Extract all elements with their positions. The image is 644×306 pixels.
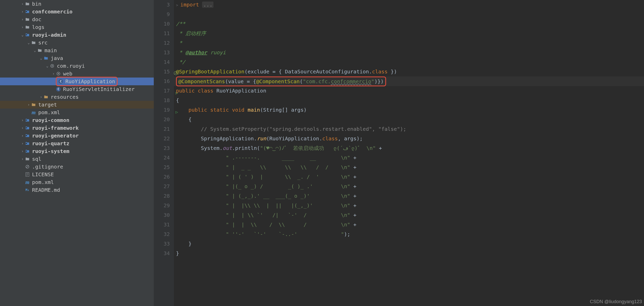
tree-item-pom-xml[interactable]: mpom.xml	[0, 178, 154, 186]
tree-item-ruoyi-quartz[interactable]: ›ruoyi-quartz	[0, 140, 154, 147]
code-line[interactable]: " | | \\ `' /| `-' / \n" +	[174, 210, 644, 220]
chevron-right-icon[interactable]: ›	[20, 25, 25, 29]
gutter-line-32[interactable]: 32	[154, 230, 170, 239]
gutter-line-15[interactable]: 15	[154, 67, 170, 76]
tree-item-license[interactable]: LICENSE	[0, 171, 154, 178]
gutter-line-33[interactable]: 33	[154, 239, 170, 249]
code-line[interactable]: " ''-' `'-' `-..-' ");	[174, 230, 644, 239]
gutter-line-12[interactable]: 12	[154, 38, 170, 48]
code-line[interactable]: " | ( ' ) | \\ _. / ' \n" +	[174, 172, 644, 182]
gutter-line-16[interactable]: 16	[154, 76, 170, 86]
code-line[interactable]: " | | \\ / \\ / \n" +	[174, 220, 644, 230]
tree-item-bin[interactable]: ›bin	[0, 0, 154, 8]
tree-item-sql[interactable]: ›sql	[0, 155, 154, 163]
gutter-line-22[interactable]: 22	[154, 134, 170, 143]
gutter-line-30[interactable]: 30	[154, 210, 170, 220]
code-line[interactable]: > import ...	[174, 0, 644, 10]
chevron-down-icon[interactable]: ⌄	[45, 64, 50, 68]
chevron-right-icon[interactable]: ›	[20, 118, 25, 122]
chevron-right-icon[interactable]: ›	[20, 17, 25, 21]
gutter-line-31[interactable]: 31	[154, 220, 170, 230]
code-line[interactable]: /**	[174, 19, 644, 29]
gutter-line-3[interactable]: 3	[154, 0, 170, 10]
gutter-line-19[interactable]: 19▷	[154, 105, 170, 115]
chevron-right-icon[interactable]: ›	[20, 2, 25, 6]
code-line[interactable]: public class RuoYiApplication	[174, 86, 644, 96]
chevron-right-icon[interactable]: ›	[20, 10, 25, 14]
gutter-line-23[interactable]: 23	[154, 143, 170, 153]
tree-item-ruoyi-common[interactable]: ›ruoyi-common	[0, 116, 154, 124]
code-line[interactable]: }	[174, 239, 644, 249]
gutter-line-27[interactable]: 27	[154, 182, 170, 191]
tree-item-ruoyi-generator[interactable]: ›ruoyi-generator	[0, 132, 154, 140]
chevron-down-icon[interactable]: ⌄	[26, 41, 31, 45]
code-editor[interactable]: 391011121314151617▷1819▷2021222324252627…	[154, 0, 644, 306]
tree-item-ruoyiapplication[interactable]: CRuoYiApplication	[0, 78, 154, 85]
code-line[interactable]: " | |\\ \\ | || |(_,_)' \n" +	[174, 201, 644, 210]
chevron-right-icon[interactable]: ›	[20, 126, 25, 130]
chevron-right-icon[interactable]: ›	[51, 72, 56, 76]
gutter-line-11[interactable]: 11	[154, 29, 170, 38]
gutter-line-14[interactable]: 14	[154, 57, 170, 67]
gutter-line-10[interactable]: 10	[154, 19, 170, 29]
tree-item-src[interactable]: ⌄src	[0, 39, 154, 47]
code-line[interactable]	[174, 10, 644, 19]
chevron-down-icon[interactable]: ⌄	[20, 33, 25, 37]
tree-item-logs[interactable]: ›logs	[0, 23, 154, 31]
code-line-current[interactable]: @ComponentScans(value = {@ComponentScan(…	[174, 76, 644, 86]
tree-item-target[interactable]: ›target	[0, 101, 154, 109]
code-line[interactable]: SpringApplication.run(RuoYiApplication.c…	[174, 134, 644, 143]
code-line[interactable]: */	[174, 57, 644, 67]
code-line[interactable]: * 启动程序	[174, 29, 644, 38]
chevron-right-icon[interactable]: ›	[20, 149, 25, 153]
code-line[interactable]: @SpringBootApplication(exclude = { DataS…	[174, 67, 644, 76]
code-line[interactable]: public static void main(String[] args)	[174, 105, 644, 115]
tree-item-readme-md[interactable]: M↓README.md	[0, 186, 154, 194]
chevron-right-icon[interactable]: ›	[26, 103, 31, 107]
chevron-right-icon[interactable]: ›	[20, 134, 25, 138]
gutter-line-25[interactable]: 25	[154, 163, 170, 172]
tree-item-ruoyiservletinitializer[interactable]: CRuoYiServletInitializer	[0, 85, 154, 93]
gutter-line-17[interactable]: 17▷	[154, 86, 170, 96]
chevron-right-icon[interactable]: ›	[20, 157, 25, 161]
tree-item-com-ruoyi[interactable]: ⌄com.ruoyi	[0, 62, 154, 70]
tree-item-java[interactable]: ⌄java	[0, 54, 154, 62]
code-line[interactable]: " | _ _ \\ \\ \\ / / \n" +	[174, 163, 644, 172]
code-line[interactable]: " .-------. ____ __ \n" +	[174, 153, 644, 163]
code-line[interactable]: " | (_,_).' __ ___(_ o _)' \n" +	[174, 191, 644, 201]
code-line[interactable]: // System.setProperty("spring.devtools.r…	[174, 124, 644, 134]
tree-item-confcommercio[interactable]: ›confcommercio	[0, 8, 154, 16]
gutter-line-18[interactable]: 18	[154, 96, 170, 105]
gutter-line-9[interactable]: 9	[154, 10, 170, 19]
code-line[interactable]: {	[174, 96, 644, 105]
chevron-down-icon[interactable]: ⌄	[33, 48, 37, 52]
gutter-line-13[interactable]: 13	[154, 48, 170, 57]
tree-item--gitignore[interactable]: .gitignore	[0, 163, 154, 171]
tree-item-doc[interactable]: ›doc	[0, 16, 154, 23]
tree-item-main[interactable]: ⌄main	[0, 47, 154, 54]
code-line[interactable]: * @author ruoyi	[174, 48, 644, 57]
code-area[interactable]: > import ... /** * 启动程序 * * @author ruoy…	[174, 0, 644, 306]
folded-ellipsis[interactable]: ...	[202, 2, 213, 8]
gutter-line-20[interactable]: 20	[154, 115, 170, 124]
chevron-right-icon[interactable]: ›	[20, 141, 25, 146]
tree-item-resources[interactable]: ›resources	[0, 93, 154, 101]
code-line[interactable]: {	[174, 115, 644, 124]
code-line[interactable]: }	[174, 249, 644, 258]
gutter-line-24[interactable]: 24	[154, 153, 170, 163]
tree-item-ruoyi-framework[interactable]: ›ruoyi-framework	[0, 124, 154, 132]
gutter-line-26[interactable]: 26	[154, 172, 170, 182]
chevron-right-icon[interactable]: ›	[39, 95, 43, 99]
gutter-line-28[interactable]: 28	[154, 191, 170, 201]
code-line[interactable]: *	[174, 38, 644, 48]
project-tree[interactable]: ›bin›confcommercio›doc›logs⌄ruoyi-admin⌄…	[0, 0, 154, 306]
code-line[interactable]: " |(_ o _) / _( )_ .' \n" +	[174, 182, 644, 191]
tree-item-web[interactable]: ›web	[0, 70, 154, 78]
chevron-down-icon[interactable]: ⌄	[39, 56, 43, 60]
tree-item-ruoyi-system[interactable]: ›ruoyi-system	[0, 147, 154, 155]
gutter-line-29[interactable]: 29	[154, 201, 170, 210]
tree-item-pom-xml[interactable]: mpom.xml	[0, 109, 154, 116]
tree-item-ruoyi-admin[interactable]: ⌄ruoyi-admin	[0, 31, 154, 39]
fold-icon[interactable]: >	[176, 3, 180, 7]
code-line[interactable]: System.out.println("(♥◠‿◠)ﾉﾞ 若依启动成功 ლ(´ڡ…	[174, 143, 644, 153]
